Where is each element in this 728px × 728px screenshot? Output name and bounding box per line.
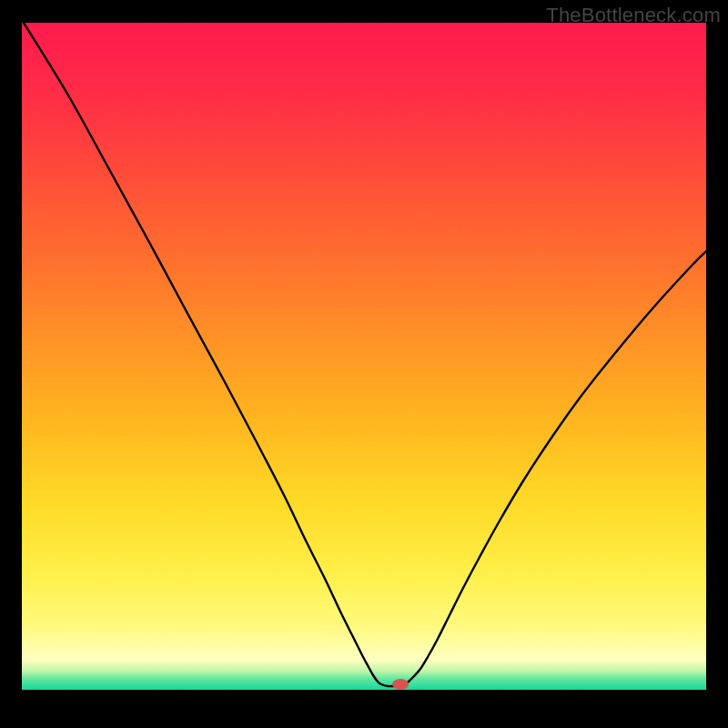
- plot-background: [22, 23, 706, 690]
- chart-svg: [0, 0, 728, 728]
- optimum-marker: [392, 679, 409, 690]
- chart-stage: TheBottleneck.com: [0, 0, 728, 728]
- attribution-label: TheBottleneck.com: [546, 4, 721, 27]
